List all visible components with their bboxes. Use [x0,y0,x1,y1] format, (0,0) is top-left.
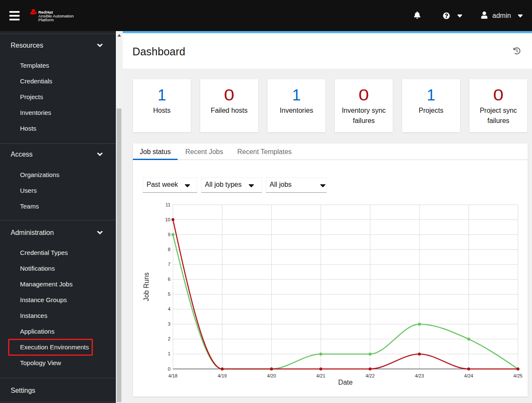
svg-text:4/24: 4/24 [464,373,473,378]
svg-text:5: 5 [168,292,170,297]
svg-text:Date: Date [338,379,353,386]
svg-text:9: 9 [168,232,170,237]
svg-text:6: 6 [168,277,170,282]
svg-text:0: 0 [168,366,170,372]
svg-text:3: 3 [168,321,170,326]
svg-text:4: 4 [168,306,170,312]
svg-text:11: 11 [166,202,170,207]
svg-text:4/23: 4/23 [415,373,424,378]
svg-text:4/20: 4/20 [267,373,276,378]
svg-text:4/22: 4/22 [365,373,374,378]
svg-text:8: 8 [168,247,170,252]
svg-text:10: 10 [165,217,170,222]
svg-text:2: 2 [168,336,170,341]
svg-text:4/21: 4/21 [316,373,325,378]
svg-text:1: 1 [168,351,170,356]
svg-text:4/25: 4/25 [513,373,522,378]
svg-text:7: 7 [168,262,170,267]
svg-text:4/19: 4/19 [218,373,227,378]
svg-text:4/18: 4/18 [168,373,177,378]
svg-text:Job Runs: Job Runs [143,272,150,301]
